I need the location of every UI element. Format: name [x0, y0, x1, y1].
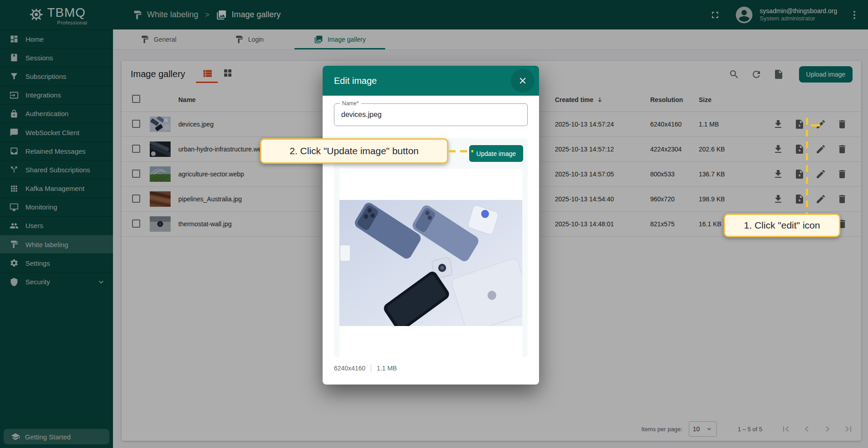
annotation-step-1: 1. Click "edit" icon — [724, 214, 840, 237]
image-panel: Update image — [334, 138, 528, 357]
annotation-connector-step-1-stub — [811, 124, 820, 127]
meta-divider — [371, 364, 371, 372]
name-field-label: Name* — [340, 100, 361, 107]
image-meta: 6240x4160 1.1 MB — [334, 364, 528, 372]
name-field: Name* — [334, 103, 528, 126]
annotation-step-2: 2. Click "Update image" button — [260, 138, 448, 164]
annotation-connector-step-1 — [806, 118, 808, 214]
meta-resolution: 6240x4160 — [334, 365, 365, 372]
edit-image-dialog: Edit image Name* Update image — [323, 66, 539, 385]
name-input[interactable] — [334, 104, 527, 126]
meta-size: 1.1 MB — [377, 365, 397, 372]
dialog-title: Edit image — [334, 76, 377, 86]
devices-photo — [339, 200, 522, 326]
update-image-button[interactable]: Update image — [469, 145, 523, 162]
image-preview — [339, 169, 522, 357]
annotation-connector-step-2 — [449, 150, 473, 152]
dialog-body: Name* Update image — [323, 96, 539, 372]
dialog-header: Edit image — [323, 66, 539, 96]
close-icon[interactable] — [511, 69, 535, 93]
